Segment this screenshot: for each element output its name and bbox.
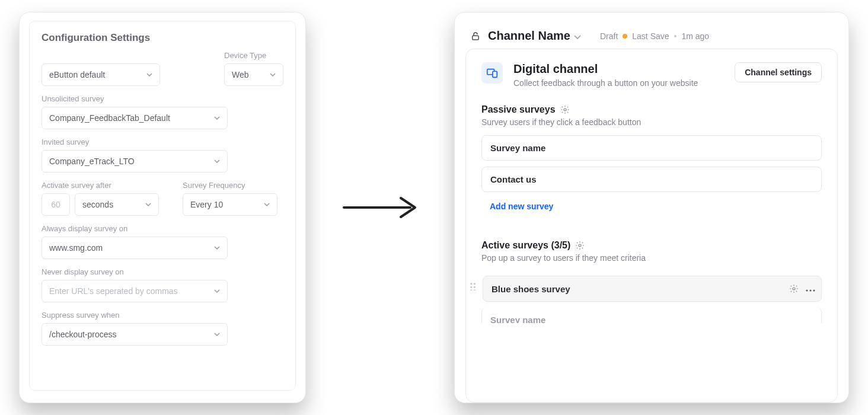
status-dot-icon bbox=[623, 34, 627, 39]
channel-card-header: Digital channel Collect feedback through… bbox=[481, 62, 822, 88]
device-type-value: Web bbox=[232, 70, 249, 79]
passive-survey-item[interactable]: Survey name bbox=[481, 135, 822, 161]
svg-point-15 bbox=[813, 289, 815, 291]
survey-freq-select[interactable]: Every 10 bbox=[183, 193, 277, 216]
unsolicited-select[interactable]: Company_FeedbackTab_Default bbox=[42, 107, 228, 129]
svg-point-11 bbox=[474, 289, 476, 290]
svg-point-4 bbox=[564, 108, 566, 111]
config-title: Configuration Settings bbox=[42, 32, 283, 44]
device-type-label: Device Type bbox=[224, 51, 283, 60]
row-activate-and-frequency: Activate survey after 60 seconds Survey … bbox=[42, 173, 283, 216]
chevron-down-icon bbox=[146, 72, 152, 78]
activate-number-input[interactable]: 60 bbox=[42, 193, 70, 216]
digital-channel-title: Digital channel bbox=[513, 62, 698, 76]
arrow-right-icon bbox=[342, 190, 419, 225]
add-new-survey-link[interactable]: Add new survey bbox=[481, 198, 553, 211]
gear-icon[interactable] bbox=[560, 105, 570, 114]
survey-freq-value: Every 10 bbox=[190, 200, 223, 209]
svg-point-10 bbox=[470, 289, 472, 290]
channel-name-text: Channel Name bbox=[488, 29, 570, 43]
chevron-down-icon bbox=[214, 115, 220, 121]
status-last-save: Last Save bbox=[632, 31, 669, 41]
status-time: 1m ago bbox=[681, 31, 709, 41]
new-channel-panel: Channel Name Draft Last Save • 1m ago bbox=[454, 12, 849, 403]
active-surveys-sub: Pop up a survey to users if they meet cr… bbox=[481, 253, 822, 263]
chevron-down-icon bbox=[214, 158, 220, 164]
status-draft: Draft bbox=[600, 31, 618, 41]
svg-point-12 bbox=[793, 288, 795, 290]
svg-point-9 bbox=[474, 286, 476, 288]
activate-label: Activate survey after bbox=[42, 181, 159, 190]
active-survey-label: Blue shoes survey bbox=[492, 284, 784, 294]
devices-icon bbox=[481, 62, 503, 84]
never-label: Never display survey on bbox=[42, 267, 283, 276]
config-card: Configuration Settings eButton default D… bbox=[29, 21, 296, 391]
device-type-select[interactable]: Web bbox=[224, 63, 283, 86]
status-separator: • bbox=[674, 31, 677, 41]
unlock-icon bbox=[470, 31, 481, 42]
svg-point-13 bbox=[806, 289, 808, 291]
never-placeholder: Enter URL's seperated by commas bbox=[49, 286, 178, 296]
always-label: Always display survey on bbox=[42, 224, 283, 233]
invited-label: Invited survey bbox=[42, 138, 283, 146]
svg-rect-3 bbox=[493, 71, 497, 77]
digital-channel-sub: Collect feedback through a button on you… bbox=[513, 78, 698, 88]
always-value: www.smg.com bbox=[49, 243, 103, 253]
always-select[interactable]: www.smg.com bbox=[42, 237, 228, 259]
comparison-stage: Configuration Settings eButton default D… bbox=[0, 0, 868, 415]
survey-item-label: Survey name bbox=[490, 143, 545, 153]
channel-settings-button[interactable]: Channel settings bbox=[735, 62, 822, 82]
active-survey-item[interactable]: Blue shoes survey bbox=[483, 276, 822, 302]
channel-header: Channel Name Draft Last Save • 1m ago bbox=[465, 20, 838, 49]
active-surveys-title: Active surveys (3/5) bbox=[481, 240, 570, 251]
svg-point-6 bbox=[470, 283, 472, 285]
svg-point-14 bbox=[809, 289, 811, 291]
invited-select[interactable]: Company_eTrack_LTO bbox=[42, 150, 228, 173]
svg-point-8 bbox=[470, 286, 472, 288]
passive-surveys-section: Passive surveys Survey users if they cli… bbox=[481, 104, 822, 212]
passive-surveys-sub: Survey users if they click a feedback bu… bbox=[481, 117, 822, 127]
invited-value: Company_eTrack_LTO bbox=[49, 157, 135, 166]
status-bar: Draft Last Save • 1m ago bbox=[600, 31, 709, 41]
never-select[interactable]: Enter URL's seperated by commas bbox=[42, 280, 228, 302]
svg-point-7 bbox=[474, 283, 476, 285]
active-survey-label: Survey name bbox=[490, 315, 545, 323]
chevron-down-icon bbox=[574, 29, 581, 43]
ebutton-default-select[interactable]: eButton default bbox=[42, 63, 160, 86]
channel-name-dropdown[interactable]: Channel Name bbox=[488, 29, 581, 43]
chevron-down-icon bbox=[214, 288, 220, 294]
chevron-down-icon bbox=[214, 245, 220, 251]
old-config-panel: Configuration Settings eButton default D… bbox=[19, 12, 306, 403]
suppress-value: /checkout-process bbox=[49, 330, 117, 339]
suppress-label: Suppress survey when bbox=[42, 311, 283, 320]
activate-unit-select[interactable]: seconds bbox=[75, 193, 159, 216]
passive-survey-item[interactable]: Contact us bbox=[481, 167, 822, 192]
active-surveys-section: Active surveys (3/5) Pop up a survey to … bbox=[481, 240, 822, 323]
row-actions bbox=[789, 283, 815, 294]
survey-freq-label: Survey Frequency bbox=[183, 181, 277, 190]
passive-surveys-title: Passive surveys bbox=[481, 104, 556, 115]
chevron-down-icon bbox=[145, 202, 151, 208]
drag-handle-icon[interactable] bbox=[470, 282, 478, 290]
chevron-down-icon bbox=[214, 331, 220, 337]
channel-card: Digital channel Collect feedback through… bbox=[465, 49, 838, 403]
ebutton-default-value: eButton default bbox=[49, 70, 105, 79]
chevron-down-icon bbox=[264, 202, 270, 208]
unsolicited-value: Company_FeedbackTab_Default bbox=[49, 113, 170, 123]
row-button-and-device: eButton default Device Type Web bbox=[42, 51, 283, 86]
unsolicited-label: Unsolicited survey bbox=[42, 94, 283, 103]
active-survey-row-wrap: Blue shoes survey bbox=[481, 271, 822, 302]
gear-icon[interactable] bbox=[575, 241, 585, 250]
more-icon[interactable] bbox=[806, 283, 815, 294]
active-survey-item-partial[interactable]: Survey name bbox=[481, 308, 822, 323]
suppress-select[interactable]: /checkout-process bbox=[42, 323, 228, 346]
svg-rect-1 bbox=[473, 36, 479, 40]
chevron-down-icon bbox=[270, 72, 276, 78]
activate-unit-value: seconds bbox=[82, 200, 113, 209]
survey-item-label: Contact us bbox=[490, 174, 537, 184]
svg-point-5 bbox=[579, 244, 581, 247]
gear-icon[interactable] bbox=[789, 284, 799, 293]
